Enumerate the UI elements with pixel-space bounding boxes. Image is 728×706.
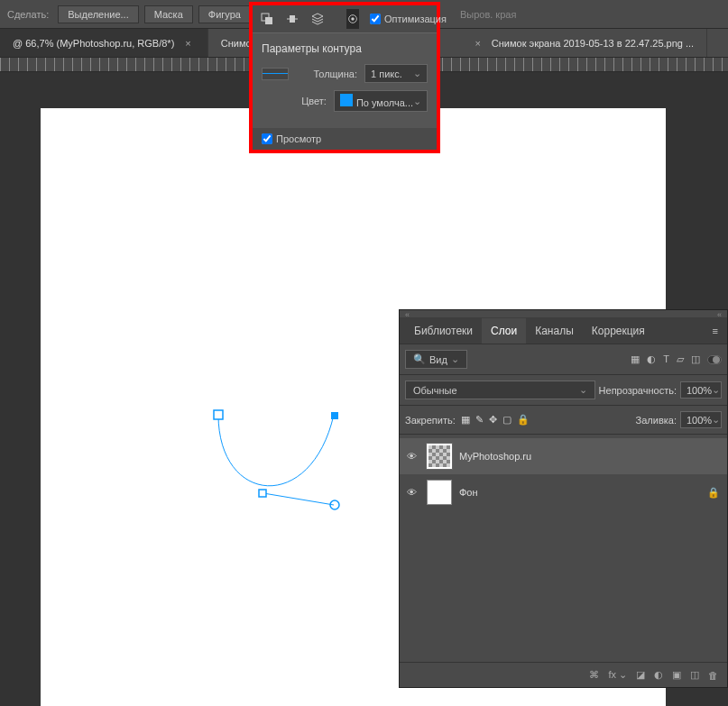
svg-rect-0: [214, 410, 223, 419]
filter-toggle[interactable]: [707, 355, 722, 364]
filter-shape-icon[interactable]: ▱: [677, 353, 684, 365]
layers-panel: « « Библиотеки Слои Каналы Коррекция ≡ 🔍…: [399, 309, 728, 688]
layer-name[interactable]: Фон: [459, 487, 478, 498]
tab-channels[interactable]: Каналы: [526, 318, 583, 344]
tab-document-1[interactable]: @ 66,7% (MyPhotoshop.ru, RGB/8*) ×: [0, 29, 208, 57]
chevron-down-icon: ⌄: [579, 384, 587, 396]
path-align-icon[interactable]: [285, 9, 299, 29]
svg-rect-2: [259, 490, 266, 497]
chevron-down-icon: ⌄: [712, 384, 720, 396]
tab-label: @ 66,7% (MyPhotoshop.ru, RGB/8*): [13, 38, 174, 49]
lock-artboard-icon[interactable]: ▢: [502, 414, 511, 426]
svg-rect-5: [265, 17, 272, 24]
popup-title: Параметры контура: [262, 42, 428, 55]
chevron-down-icon: ⌄: [712, 414, 720, 426]
svg-point-9: [351, 17, 355, 21]
thickness-field[interactable]: 1 пикс. ⌄: [364, 64, 428, 83]
align-edge-label: Выров. края: [460, 9, 516, 20]
preview-label: Просмотр: [276, 133, 321, 144]
optimize-label: Оптимизация: [384, 14, 447, 24]
fx-icon[interactable]: fx ⌄: [608, 669, 627, 681]
svg-rect-1: [331, 412, 338, 419]
color-swatch: [340, 94, 353, 106]
lock-icon[interactable]: 🔒: [707, 487, 720, 499]
fill-field[interactable]: 100% ⌄: [680, 411, 722, 428]
group-icon[interactable]: ▣: [672, 669, 681, 681]
gear-icon[interactable]: [346, 9, 359, 29]
shape-button[interactable]: Фигура: [198, 5, 251, 23]
lock-move-icon[interactable]: ✥: [489, 414, 497, 426]
layer-list: 👁 MyPhotoshop.ru 👁 Фон 🔒: [400, 435, 727, 514]
selection-button[interactable]: Выделение...: [58, 5, 138, 23]
close-icon[interactable]: ×: [181, 38, 194, 49]
layer-name[interactable]: MyPhotoshop.ru: [459, 451, 531, 462]
path-combine-icon[interactable]: [260, 9, 274, 29]
fill-label: Заливка:: [636, 415, 677, 426]
tab-layers[interactable]: Слои: [482, 318, 526, 344]
link-layers-icon[interactable]: ⌘: [589, 669, 599, 681]
layers-icon[interactable]: [310, 9, 325, 29]
chevron-down-icon: ⌄: [413, 68, 421, 79]
new-layer-icon[interactable]: ◫: [690, 669, 699, 681]
thickness-value: 1 пикс.: [371, 69, 402, 79]
tab-label: Снимок экрана 2019-05-13 в 22.47.25.png …: [492, 38, 694, 49]
chevron-down-icon: ⌄: [451, 353, 459, 365]
stroke-sample: [262, 68, 289, 80]
panel-grip-left[interactable]: «: [405, 310, 410, 317]
stroke-color-field[interactable]: По умолча... ⌄: [334, 90, 428, 112]
close-icon[interactable]: ×: [471, 38, 484, 49]
layer-row[interactable]: 👁 MyPhotoshop.ru: [400, 438, 727, 474]
tab-adjustments[interactable]: Коррекция: [583, 318, 654, 344]
panel-grip-right[interactable]: «: [717, 310, 722, 317]
preview-checkbox[interactable]: Просмотр: [262, 133, 321, 144]
panel-menu-icon[interactable]: ≡: [709, 322, 722, 340]
lock-all-icon[interactable]: 🔒: [517, 414, 530, 426]
filter-kind-select[interactable]: 🔍 Вид ⌄: [405, 350, 467, 369]
filter-image-icon[interactable]: ▦: [631, 353, 640, 365]
thickness-label: Толщина:: [296, 69, 357, 79]
layer-row[interactable]: 👁 Фон 🔒: [400, 474, 727, 510]
blend-mode-value: Обычные: [413, 385, 457, 396]
opacity-label: Непрозрачность:: [599, 385, 677, 396]
path-options-popup: Оптимизация Параметры контура Толщина: 1…: [249, 2, 440, 153]
lock-transparent-icon[interactable]: ▦: [461, 414, 470, 426]
make-label: Сделать:: [7, 9, 49, 20]
adjustment-icon[interactable]: ◐: [654, 669, 663, 681]
mask-button[interactable]: Маска: [144, 5, 193, 23]
opacity-field[interactable]: 100% ⌄: [680, 381, 722, 399]
svg-rect-7: [290, 15, 295, 23]
filter-text-icon[interactable]: T: [663, 353, 669, 365]
visibility-eye-icon[interactable]: 👁: [407, 451, 419, 462]
filter-kind-label: Вид: [429, 354, 447, 365]
filter-adjust-icon[interactable]: ◐: [647, 353, 656, 365]
color-name: По умолча...: [356, 97, 413, 108]
tab-libraries[interactable]: Библиотеки: [405, 318, 482, 344]
tab-document-3[interactable]: × Снимок экрана 2019-05-13 в 22.47.25.pn…: [458, 29, 707, 57]
trash-icon[interactable]: 🗑: [708, 670, 718, 681]
filter-smart-icon[interactable]: ◫: [691, 353, 700, 365]
blend-mode-select[interactable]: Обычные ⌄: [405, 381, 595, 399]
lock-label: Закрепить:: [405, 415, 456, 426]
chevron-down-icon: ⌄: [413, 96, 421, 107]
layer-thumb[interactable]: [427, 480, 452, 505]
lock-brush-icon[interactable]: ✎: [475, 414, 484, 426]
layer-thumb[interactable]: [427, 444, 452, 469]
mask-icon[interactable]: ◪: [636, 669, 645, 681]
optimize-checkbox[interactable]: Оптимизация: [370, 14, 447, 24]
color-label: Цвет:: [296, 96, 327, 106]
visibility-eye-icon[interactable]: 👁: [407, 487, 419, 498]
